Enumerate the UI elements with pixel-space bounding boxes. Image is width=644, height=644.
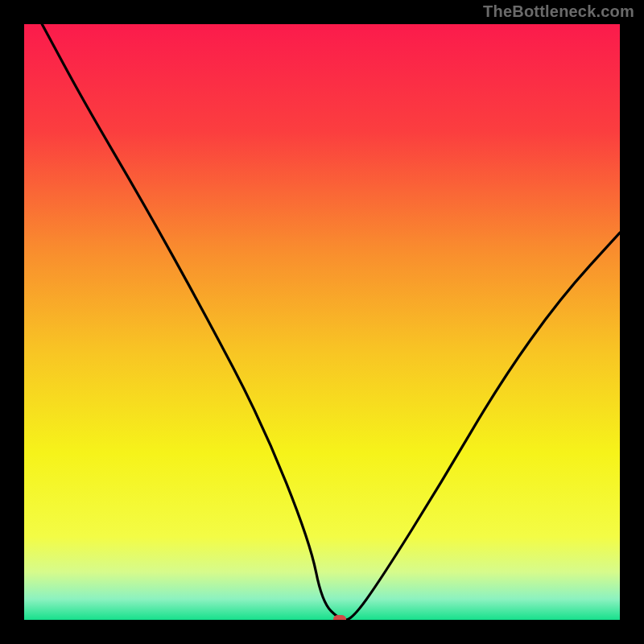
gradient-rect xyxy=(24,24,620,620)
attribution-text: TheBottleneck.com xyxy=(483,2,634,21)
optimal-point-marker xyxy=(333,615,346,620)
plot-area xyxy=(24,24,620,620)
chart-frame: TheBottleneck.com xyxy=(0,0,644,644)
bottleneck-chart xyxy=(24,24,620,620)
